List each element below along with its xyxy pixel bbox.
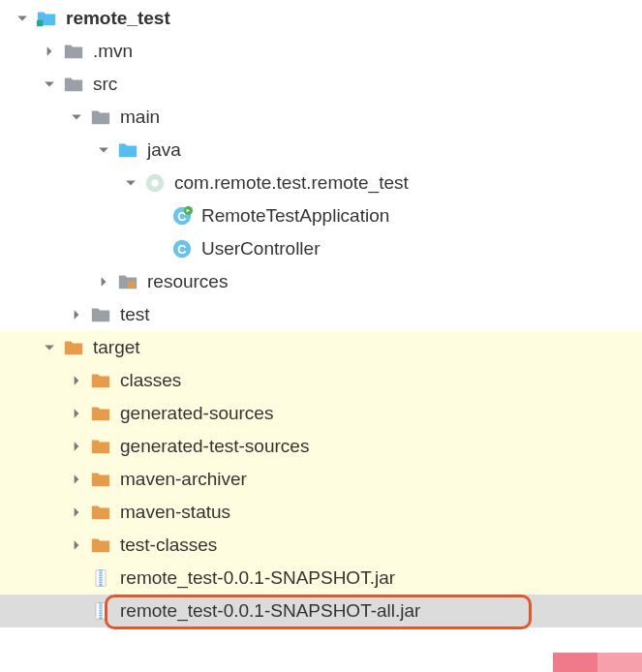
tree-item-label: maven-archiver bbox=[120, 469, 247, 490]
watermark-blocks bbox=[553, 653, 642, 672]
tree-item-label: resources bbox=[147, 271, 228, 292]
tree-item-label: classes bbox=[120, 370, 181, 391]
tree-item-label: java bbox=[147, 139, 181, 161]
chevron-down-icon[interactable] bbox=[41, 339, 58, 356]
folder-blue-icon bbox=[116, 138, 139, 162]
tree-item-label: UserController bbox=[201, 238, 320, 260]
chevron-down-icon[interactable] bbox=[122, 174, 139, 192]
jar-icon bbox=[89, 599, 112, 623]
chevron-down-icon[interactable] bbox=[41, 76, 58, 93]
chevron-right-icon[interactable] bbox=[68, 438, 85, 455]
chevron-right-icon[interactable] bbox=[68, 536, 85, 554]
tree-item-label: remote_test bbox=[66, 8, 170, 29]
tree-item-label: src bbox=[93, 74, 117, 95]
tree-item-label: remote_test-0.0.1-SNAPSHOT.jar bbox=[120, 567, 395, 589]
tree-item-jar1[interactable]: remote_test-0.0.1-SNAPSHOT.jar bbox=[0, 562, 642, 595]
folder-orange-icon bbox=[89, 468, 112, 491]
tree-item-label: target bbox=[93, 337, 140, 358]
tree-item-label: test bbox=[120, 304, 150, 325]
tree-item-march[interactable]: maven-archiver bbox=[0, 463, 642, 496]
chevron-down-icon[interactable] bbox=[14, 10, 31, 27]
tree-item-gentst[interactable]: generated-test-sources bbox=[0, 430, 642, 463]
chevron-right-icon[interactable] bbox=[95, 273, 112, 290]
folder-orange-icon bbox=[89, 402, 112, 425]
class-run-icon: C bbox=[170, 204, 194, 228]
jar-icon bbox=[89, 566, 112, 590]
svg-rect-9 bbox=[131, 281, 133, 288]
tree-item-pkg[interactable]: com.remote.test.remote_test bbox=[0, 167, 642, 199]
folder-orange-icon bbox=[89, 501, 112, 524]
resources-folder-icon bbox=[116, 270, 139, 293]
tree-item-root[interactable]: remote_test bbox=[0, 2, 642, 35]
tree-item-label: main bbox=[120, 107, 160, 128]
tree-item-app[interactable]: CRemoteTestApplication bbox=[0, 199, 642, 232]
folder-orange-icon bbox=[62, 336, 85, 359]
svg-rect-10 bbox=[134, 281, 136, 288]
class-icon: C bbox=[170, 237, 194, 260]
folder-gray-icon bbox=[89, 303, 112, 326]
chevron-right-icon[interactable] bbox=[68, 405, 85, 422]
tree-item-res[interactable]: resources bbox=[0, 265, 642, 298]
svg-rect-8 bbox=[128, 281, 130, 288]
chevron-right-icon[interactable] bbox=[41, 43, 58, 60]
chevron-down-icon[interactable] bbox=[95, 141, 112, 159]
tree-item-label: generated-test-sources bbox=[120, 436, 309, 457]
tree-item-src[interactable]: src bbox=[0, 68, 642, 101]
tree-item-main[interactable]: main bbox=[0, 101, 642, 134]
tree-item-label: com.remote.test.remote_test bbox=[174, 172, 409, 194]
tree-item-label: generated-sources bbox=[120, 403, 273, 424]
svg-rect-0 bbox=[37, 20, 43, 26]
tree-item-classes[interactable]: classes bbox=[0, 364, 642, 397]
folder-gray-icon bbox=[89, 106, 112, 129]
tree-item-mstat[interactable]: maven-status bbox=[0, 496, 642, 529]
tree-item-ctrl[interactable]: CUserController bbox=[0, 232, 642, 265]
package-icon bbox=[143, 171, 167, 195]
svg-text:C: C bbox=[177, 242, 186, 257]
tree-item-target[interactable]: target bbox=[0, 331, 642, 364]
tree-item-tstcls[interactable]: test-classes bbox=[0, 529, 642, 562]
chevron-down-icon[interactable] bbox=[68, 108, 85, 126]
chevron-right-icon[interactable] bbox=[68, 372, 85, 389]
folder-orange-icon bbox=[89, 534, 112, 557]
tree-item-gensrc[interactable]: generated-sources bbox=[0, 397, 642, 430]
tree-item-label: maven-status bbox=[120, 502, 230, 523]
chevron-right-icon[interactable] bbox=[68, 471, 85, 488]
tree-item-label: remote_test-0.0.1-SNAPSHOT-all.jar bbox=[120, 600, 420, 622]
project-tree[interactable]: remote_test.mvnsrcmainjavacom.remote.tes… bbox=[0, 0, 642, 627]
chevron-right-icon[interactable] bbox=[68, 306, 85, 323]
tree-item-label: test-classes bbox=[120, 535, 217, 556]
chevron-right-icon[interactable] bbox=[68, 504, 85, 521]
svg-point-2 bbox=[151, 179, 158, 186]
tree-item-jar2[interactable]: remote_test-0.0.1-SNAPSHOT-all.jar bbox=[0, 595, 642, 627]
folder-orange-icon bbox=[89, 435, 112, 458]
module-folder-icon bbox=[35, 7, 58, 30]
folder-gray-icon bbox=[62, 40, 85, 63]
tree-item-label: .mvn bbox=[93, 41, 133, 62]
tree-item-label: RemoteTestApplication bbox=[201, 205, 389, 227]
folder-orange-icon bbox=[89, 369, 112, 392]
tree-item-mvn[interactable]: .mvn bbox=[0, 35, 642, 68]
tree-item-test[interactable]: test bbox=[0, 298, 642, 331]
tree-item-java[interactable]: java bbox=[0, 134, 642, 167]
folder-gray-icon bbox=[62, 73, 85, 96]
